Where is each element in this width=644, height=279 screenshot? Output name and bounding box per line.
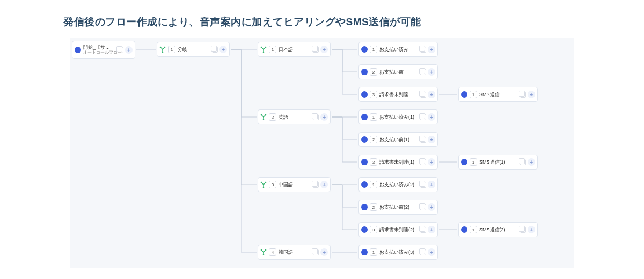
node-number: 1	[168, 46, 175, 53]
copy-icon[interactable]	[313, 182, 319, 188]
copy-icon[interactable]	[420, 69, 426, 75]
node-label: SMS送信(1)	[479, 159, 506, 166]
svg-point-10	[265, 182, 267, 183]
copy-icon[interactable]	[520, 227, 526, 233]
node-label: 英語	[279, 114, 288, 121]
add-button[interactable]: +	[428, 46, 435, 53]
copy-icon[interactable]	[313, 249, 319, 255]
node-number: 2	[370, 136, 377, 143]
svg-point-1	[164, 47, 166, 48]
node-option[interactable]: 3請求書未到達(2) +	[358, 222, 438, 237]
node-sublabel: オートコールフロー	[83, 50, 114, 55]
node-number: 1	[470, 226, 477, 233]
node-option[interactable]: 2お支払い前(1) +	[358, 132, 438, 147]
node-label: 請求書未到達(1)	[379, 159, 414, 166]
svg-point-12	[261, 249, 262, 251]
node-number: 1	[269, 46, 276, 53]
add-button[interactable]: +	[428, 113, 435, 121]
node-label: お支払い済み(3)	[379, 249, 414, 256]
node-option[interactable]: 2お支払い前(2) +	[358, 200, 438, 215]
info-icon	[361, 91, 368, 98]
node-sms[interactable]: 1SMS送信 +	[458, 87, 538, 102]
node-sms[interactable]: 1SMS送信(1) +	[458, 155, 538, 170]
copy-icon[interactable]	[520, 159, 526, 165]
add-button[interactable]: +	[528, 158, 535, 166]
node-label: お支払い前(2)	[379, 204, 409, 211]
node-label: SMS送信(2)	[479, 226, 506, 233]
node-label: お支払い前	[379, 69, 404, 76]
copy-icon[interactable]	[420, 114, 426, 120]
node-option[interactable]: 1お支払い済み +	[358, 42, 438, 57]
add-button[interactable]: +	[320, 248, 328, 256]
info-icon	[461, 226, 467, 233]
node-lang-cn[interactable]: 3 中国語 +	[258, 177, 331, 192]
info-icon	[361, 226, 368, 233]
svg-point-9	[261, 182, 262, 183]
node-label: 日本語	[279, 46, 293, 53]
copy-icon[interactable]	[313, 47, 319, 53]
node-option[interactable]: 1お支払い済み(2) +	[358, 177, 438, 192]
node-label: お支払い前(1)	[379, 136, 409, 143]
svg-point-8	[263, 119, 265, 120]
node-option[interactable]: 2お支払い前 +	[358, 64, 438, 79]
node-option[interactable]: 1お支払い済み(1) +	[358, 109, 438, 124]
copy-icon[interactable]	[313, 114, 319, 120]
add-button[interactable]: +	[320, 113, 328, 121]
add-button[interactable]: +	[219, 46, 227, 53]
copy-icon[interactable]	[420, 47, 426, 53]
node-label: SMS送信	[479, 91, 500, 98]
add-button[interactable]: +	[320, 181, 328, 188]
node-lang-jp[interactable]: 1 日本語 +	[258, 42, 331, 57]
add-button[interactable]: +	[428, 91, 435, 98]
copy-icon[interactable]	[520, 92, 526, 98]
node-number: 3	[370, 91, 377, 98]
svg-point-14	[263, 254, 265, 255]
node-option[interactable]: 3請求書未到達(1) +	[358, 155, 438, 170]
copy-icon[interactable]	[420, 137, 426, 143]
add-button[interactable]: +	[428, 68, 435, 76]
node-number: 1	[370, 248, 377, 256]
info-icon	[461, 91, 467, 98]
node-sms[interactable]: 1SMS送信(2) +	[458, 222, 538, 237]
add-button[interactable]: +	[528, 226, 535, 233]
info-icon	[75, 47, 81, 53]
add-button[interactable]: +	[125, 46, 133, 54]
add-button[interactable]: +	[320, 46, 328, 53]
info-icon	[361, 249, 368, 255]
node-number: 1	[470, 158, 477, 166]
node-lang-en[interactable]: 2 英語 +	[258, 109, 331, 124]
svg-point-3	[261, 47, 262, 48]
copy-icon[interactable]	[420, 249, 426, 255]
info-icon	[361, 69, 368, 75]
info-icon	[461, 159, 467, 165]
add-button[interactable]: +	[528, 91, 535, 98]
add-button[interactable]: +	[428, 158, 435, 166]
node-lang-kr[interactable]: 4 韓国語 +	[258, 245, 331, 260]
node-branch[interactable]: 1 分岐 +	[157, 42, 230, 57]
add-button[interactable]: +	[428, 136, 435, 143]
svg-point-0	[160, 47, 162, 48]
add-button[interactable]: +	[428, 203, 435, 211]
copy-icon[interactable]	[420, 92, 426, 98]
add-button[interactable]: +	[428, 248, 435, 256]
node-number: 3	[370, 226, 377, 233]
copy-icon[interactable]	[420, 227, 426, 233]
info-icon	[361, 181, 368, 188]
copy-icon[interactable]	[212, 47, 218, 53]
flow-canvas: 開始_【サンプル】I社 オートコールフロー + 1 分岐 + 1 日本語	[70, 38, 574, 268]
add-button[interactable]: +	[428, 226, 435, 233]
node-label: 中国語	[279, 181, 293, 188]
svg-point-5	[263, 52, 265, 53]
copy-icon[interactable]	[420, 182, 426, 188]
node-start[interactable]: 開始_【サンプル】I社 オートコールフロー +	[72, 41, 135, 59]
fork-icon	[159, 46, 166, 53]
add-button[interactable]: +	[428, 181, 435, 188]
copy-icon[interactable]	[420, 204, 426, 210]
node-label: 請求書未到達	[379, 91, 408, 98]
copy-icon[interactable]	[420, 159, 426, 165]
svg-point-4	[265, 47, 267, 48]
node-number: 4	[269, 248, 276, 256]
node-option[interactable]: 1お支払い済み(3) +	[358, 245, 438, 260]
node-option[interactable]: 3請求書未到達 +	[358, 87, 438, 102]
copy-icon[interactable]	[118, 47, 123, 53]
